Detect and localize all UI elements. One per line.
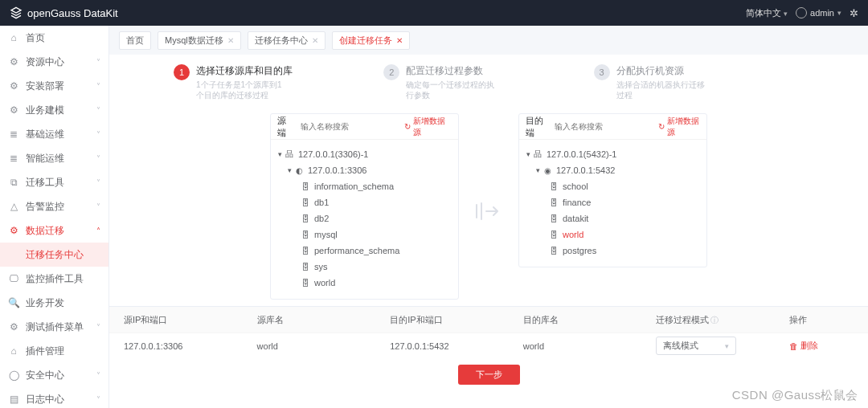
stack-icon: ≣ — [8, 129, 19, 140]
transfer-arrow-icon — [475, 202, 502, 221]
tree-db[interactable]: 🗄world — [524, 226, 702, 243]
sidebar-item-0[interactable]: ⌂首页 — [0, 26, 108, 50]
theme-toggle-icon[interactable]: ✲ — [850, 7, 858, 19]
sidebar-item-label: 基础运维 — [26, 128, 96, 141]
sidebar-subitem[interactable]: 迁移任务中心 — [0, 243, 108, 267]
cell-src-ip: 127.0.0.1:3306 — [124, 341, 257, 351]
caret-down-icon: ▾ — [276, 150, 284, 158]
tree-db[interactable]: 🗄db1 — [276, 194, 453, 210]
help-icon[interactable]: ⓘ — [710, 316, 719, 324]
main: 首页Mysql数据迁移✕迁移任务中心✕创建迁移任务✕ 1选择迁移源库和目的库1个… — [109, 26, 868, 408]
database-icon: 🗄 — [300, 198, 311, 207]
chevron-up-icon: ˄ — [96, 226, 100, 235]
user-menu[interactable]: admin ▾ — [796, 7, 841, 18]
sidebar-item-4[interactable]: ≣基础运维˅ — [0, 122, 108, 146]
sidebar-item-1[interactable]: ⚙资源中心˅ — [0, 50, 108, 74]
sidebar-item-6[interactable]: ⧉迁移工具˅ — [0, 170, 108, 194]
step-title: 配置迁移过程参数 — [406, 64, 494, 78]
sidebar-item-5[interactable]: ≣智能运维˅ — [0, 146, 108, 170]
tree-db[interactable]: 🗄performance_schema — [276, 243, 453, 259]
source-search-input[interactable] — [299, 120, 404, 133]
col-src-db: 源库名 — [257, 314, 391, 326]
close-icon[interactable]: ✕ — [227, 36, 234, 45]
tree-db[interactable]: 🗄school — [524, 178, 702, 194]
col-src-ip: 源IP和端口 — [124, 314, 257, 326]
tree-root[interactable]: ▾品127.0.0.1(5432)-1 — [524, 146, 702, 162]
sidebar-item-label: 插件管理 — [26, 345, 100, 358]
bell-icon: △ — [8, 201, 19, 212]
database-icon: 🗄 — [548, 214, 559, 223]
delete-button[interactable]: 🗑删除 — [789, 340, 854, 352]
breadcrumb-item-1[interactable]: Mysql数据迁移✕ — [158, 31, 241, 50]
step-3: 3分配执行机资源选择合适的机器执行迁移过程 — [594, 64, 804, 100]
sidebar-item-label: 迁移工具 — [26, 176, 96, 190]
sidebar-item-label: 测试插件菜单 — [26, 320, 96, 334]
tree-root[interactable]: ▾品127.0.0.1(3306)-1 — [276, 146, 453, 162]
crumb-label: 迁移任务中心 — [255, 35, 308, 47]
sidebar-item-2[interactable]: ⚙安装部署˅ — [0, 74, 108, 98]
stack-icon — [10, 6, 23, 19]
database-icon: 🗄 — [548, 182, 559, 191]
tree-db[interactable]: 🗄mysql — [276, 226, 453, 243]
breadcrumb-item-2[interactable]: 迁移任务中心✕ — [248, 31, 326, 50]
sidebar-item-12[interactable]: ⌂插件管理 — [0, 339, 108, 363]
step-title: 分配执行机资源 — [616, 64, 705, 78]
col-dst-ip: 目的IP和端口 — [390, 314, 523, 326]
sidebar: ⌂首页⚙资源中心˅⚙安装部署˅⚙业务建模˅≣基础运维˅≣智能运维˅⧉迁移工具˅△… — [0, 26, 109, 408]
box-icon: ⌂ — [8, 345, 19, 357]
gear-icon: ⚙ — [8, 225, 19, 236]
stack-icon: ≣ — [8, 153, 19, 164]
step-desc: 确定每一个迁移过程的执行参数 — [406, 80, 494, 100]
sidebar-item-14[interactable]: ▤日志中心˅ — [0, 387, 108, 408]
mode-select[interactable]: 离线模式▾ — [656, 337, 736, 355]
target-add-link[interactable]: ↻新增数据源 — [658, 116, 700, 138]
caret-down-icon: ▾ — [524, 150, 532, 158]
crumb-label: 首页 — [126, 35, 144, 47]
next-button[interactable]: 下一步 — [458, 365, 520, 385]
tree-db[interactable]: 🗄finance — [524, 194, 702, 210]
panels: 源端 ↻新增数据源 ▾品127.0.0.1(3306)-1▾◐127.0.0.1… — [109, 107, 868, 304]
sidebar-item-8[interactable]: ⚙数据迁移˄ — [0, 218, 108, 243]
tree-db[interactable]: 🗄information_schema — [276, 178, 453, 194]
chevron-down-icon: ˅ — [96, 395, 100, 404]
chevron-down-icon: ˅ — [96, 323, 100, 332]
copy-icon: ⧉ — [8, 177, 19, 188]
step-desc: 选择合适的机器执行迁移过程 — [616, 80, 705, 100]
sidebar-item-label: 数据迁移 — [26, 224, 96, 238]
sidebar-item-11[interactable]: ⚙测试插件菜单˅ — [0, 315, 108, 339]
col-mode: 迁移过程模式ⓘ — [656, 314, 789, 326]
breadcrumb-item-3[interactable]: 创建迁移任务✕ — [332, 31, 410, 50]
db-engine-icon: ◐ — [293, 166, 305, 175]
tree-db[interactable]: 🗄db2 — [276, 210, 453, 226]
database-icon: 🗄 — [548, 198, 559, 207]
tree-conn[interactable]: ▾◐127.0.0.1:3306 — [276, 162, 453, 178]
chevron-down-icon: ˅ — [96, 82, 100, 91]
sidebar-item-10[interactable]: 🔍业务开发 — [0, 291, 108, 315]
tree-db[interactable]: 🗄world — [276, 275, 453, 291]
sidebar-item-7[interactable]: △告警监控˅ — [0, 194, 108, 218]
chevron-down-icon: ▾ — [725, 342, 729, 350]
brand-text: openGauss DataKit — [27, 7, 118, 19]
lang-switch[interactable]: 简体中文 ▾ — [746, 7, 788, 19]
db-engine-icon: ◉ — [542, 166, 553, 175]
sidebar-item-3[interactable]: ⚙业务建模˅ — [0, 98, 108, 122]
tree-db[interactable]: 🗄sys — [276, 259, 453, 275]
tree-db[interactable]: 🗄postgres — [524, 243, 702, 259]
target-search-input[interactable] — [553, 120, 658, 133]
source-add-link[interactable]: ↻新增数据源 — [404, 116, 452, 138]
close-icon[interactable]: ✕ — [312, 36, 318, 45]
tree-db[interactable]: 🗄datakit — [524, 210, 702, 226]
sidebar-item-13[interactable]: ◯安全中心˅ — [0, 363, 108, 387]
avatar-icon — [796, 7, 807, 18]
cell-dst-db: world — [523, 341, 657, 351]
table-row: 127.0.0.1:3306 world 127.0.0.1:5432 worl… — [109, 333, 868, 358]
tree-conn[interactable]: ▾◉127.0.0.1:5432 — [524, 162, 702, 178]
breadcrumb-item-0[interactable]: 首页 — [119, 31, 151, 50]
close-icon[interactable]: ✕ — [396, 36, 403, 45]
database-icon: 🗄 — [300, 263, 311, 271]
chevron-down-icon: ▾ — [837, 9, 841, 17]
step-number: 2 — [383, 64, 399, 80]
database-icon: 🗄 — [300, 182, 311, 191]
sidebar-item-9[interactable]: 🖵监控插件工具 — [0, 267, 108, 291]
monitor-icon: 🖵 — [8, 273, 19, 284]
